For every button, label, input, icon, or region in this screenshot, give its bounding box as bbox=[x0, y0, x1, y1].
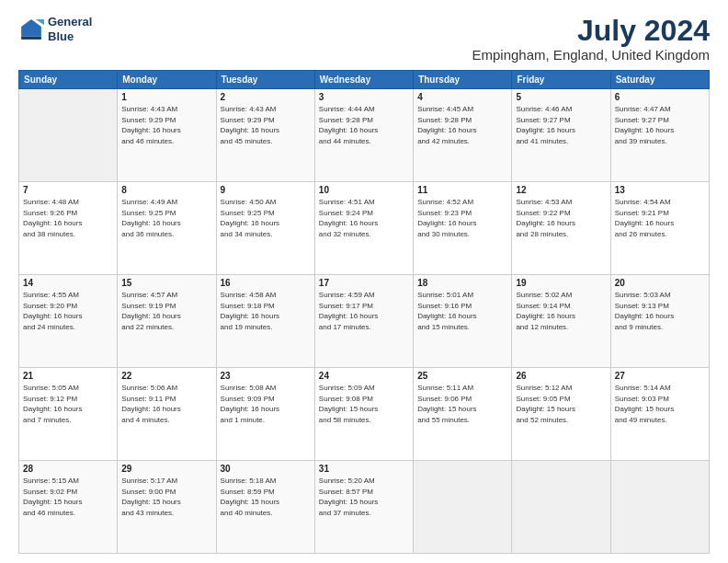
column-header-friday: Friday bbox=[512, 71, 610, 89]
day-info: Sunrise: 4:44 AM Sunset: 9:28 PM Dayligh… bbox=[319, 104, 409, 146]
week-row-3: 14Sunrise: 4:55 AM Sunset: 9:20 PM Dayli… bbox=[19, 275, 710, 368]
week-row-5: 28Sunrise: 5:15 AM Sunset: 9:02 PM Dayli… bbox=[19, 461, 710, 554]
day-number: 7 bbox=[23, 185, 113, 195]
day-cell bbox=[610, 461, 709, 554]
day-cell: 25Sunrise: 5:11 AM Sunset: 9:06 PM Dayli… bbox=[414, 368, 512, 461]
calendar-title: July 2024 bbox=[472, 15, 711, 47]
day-info: Sunrise: 5:17 AM Sunset: 9:00 PM Dayligh… bbox=[121, 476, 211, 518]
day-info: Sunrise: 5:12 AM Sunset: 9:05 PM Dayligh… bbox=[516, 383, 606, 425]
day-cell: 30Sunrise: 5:18 AM Sunset: 8:59 PM Dayli… bbox=[216, 461, 314, 554]
column-header-monday: Monday bbox=[118, 71, 216, 89]
day-info: Sunrise: 5:03 AM Sunset: 9:13 PM Dayligh… bbox=[615, 290, 705, 332]
day-cell: 12Sunrise: 4:53 AM Sunset: 9:22 PM Dayli… bbox=[512, 182, 610, 275]
day-info: Sunrise: 5:08 AM Sunset: 9:09 PM Dayligh… bbox=[221, 383, 311, 425]
day-info: Sunrise: 5:15 AM Sunset: 9:02 PM Dayligh… bbox=[23, 476, 113, 518]
day-cell: 29Sunrise: 5:17 AM Sunset: 9:00 PM Dayli… bbox=[118, 461, 216, 554]
day-number: 1 bbox=[121, 92, 211, 102]
day-cell: 22Sunrise: 5:06 AM Sunset: 9:11 PM Dayli… bbox=[118, 368, 216, 461]
day-cell: 24Sunrise: 5:09 AM Sunset: 9:08 PM Dayli… bbox=[314, 368, 413, 461]
day-info: Sunrise: 5:06 AM Sunset: 9:11 PM Dayligh… bbox=[121, 383, 211, 425]
day-info: Sunrise: 4:50 AM Sunset: 9:25 PM Dayligh… bbox=[221, 197, 311, 239]
svg-marker-0 bbox=[21, 19, 41, 37]
day-info: Sunrise: 4:58 AM Sunset: 9:18 PM Dayligh… bbox=[221, 290, 311, 332]
day-info: Sunrise: 5:09 AM Sunset: 9:08 PM Dayligh… bbox=[319, 383, 409, 425]
day-info: Sunrise: 4:43 AM Sunset: 9:29 PM Dayligh… bbox=[121, 104, 211, 146]
day-info: Sunrise: 4:52 AM Sunset: 9:23 PM Dayligh… bbox=[417, 197, 507, 239]
day-cell: 18Sunrise: 5:01 AM Sunset: 9:16 PM Dayli… bbox=[414, 275, 512, 368]
day-cell: 23Sunrise: 5:08 AM Sunset: 9:09 PM Dayli… bbox=[216, 368, 314, 461]
column-header-thursday: Thursday bbox=[414, 71, 512, 89]
day-info: Sunrise: 4:43 AM Sunset: 9:29 PM Dayligh… bbox=[221, 104, 311, 146]
day-cell: 8Sunrise: 4:49 AM Sunset: 9:25 PM Daylig… bbox=[118, 182, 216, 275]
day-cell: 31Sunrise: 5:20 AM Sunset: 8:57 PM Dayli… bbox=[314, 461, 413, 554]
day-number: 16 bbox=[221, 278, 311, 288]
day-cell: 28Sunrise: 5:15 AM Sunset: 9:02 PM Dayli… bbox=[19, 461, 118, 554]
day-cell: 15Sunrise: 4:57 AM Sunset: 9:19 PM Dayli… bbox=[118, 275, 216, 368]
day-info: Sunrise: 5:14 AM Sunset: 9:03 PM Dayligh… bbox=[615, 383, 705, 425]
column-header-saturday: Saturday bbox=[610, 71, 709, 89]
week-row-2: 7Sunrise: 4:48 AM Sunset: 9:26 PM Daylig… bbox=[19, 182, 710, 275]
day-number: 31 bbox=[319, 464, 409, 474]
day-cell bbox=[414, 461, 512, 554]
column-header-tuesday: Tuesday bbox=[216, 71, 314, 89]
day-info: Sunrise: 5:20 AM Sunset: 8:57 PM Dayligh… bbox=[319, 476, 409, 518]
day-cell: 16Sunrise: 4:58 AM Sunset: 9:18 PM Dayli… bbox=[216, 275, 314, 368]
day-cell: 9Sunrise: 4:50 AM Sunset: 9:25 PM Daylig… bbox=[216, 182, 314, 275]
day-cell: 20Sunrise: 5:03 AM Sunset: 9:13 PM Dayli… bbox=[610, 275, 709, 368]
day-info: Sunrise: 4:46 AM Sunset: 9:27 PM Dayligh… bbox=[516, 104, 606, 146]
day-number: 13 bbox=[615, 185, 705, 195]
calendar-subtitle: Empingham, England, United Kingdom bbox=[472, 47, 711, 63]
day-number: 29 bbox=[121, 464, 211, 474]
day-cell: 5Sunrise: 4:46 AM Sunset: 9:27 PM Daylig… bbox=[512, 89, 610, 182]
logo-icon bbox=[18, 17, 44, 42]
day-number: 23 bbox=[221, 371, 311, 381]
day-info: Sunrise: 5:05 AM Sunset: 9:12 PM Dayligh… bbox=[23, 383, 113, 425]
day-number: 17 bbox=[319, 278, 409, 288]
day-number: 10 bbox=[319, 185, 409, 195]
day-info: Sunrise: 5:01 AM Sunset: 9:16 PM Dayligh… bbox=[417, 290, 507, 332]
day-number: 11 bbox=[417, 185, 507, 195]
day-cell: 11Sunrise: 4:52 AM Sunset: 9:23 PM Dayli… bbox=[414, 182, 512, 275]
day-info: Sunrise: 4:55 AM Sunset: 9:20 PM Dayligh… bbox=[23, 290, 113, 332]
day-info: Sunrise: 4:59 AM Sunset: 9:17 PM Dayligh… bbox=[319, 290, 409, 332]
day-number: 19 bbox=[516, 278, 606, 288]
day-number: 26 bbox=[516, 371, 606, 381]
day-info: Sunrise: 4:48 AM Sunset: 9:26 PM Dayligh… bbox=[23, 197, 113, 239]
day-cell: 7Sunrise: 4:48 AM Sunset: 9:26 PM Daylig… bbox=[19, 182, 118, 275]
day-info: Sunrise: 4:54 AM Sunset: 9:21 PM Dayligh… bbox=[615, 197, 705, 239]
day-cell: 1Sunrise: 4:43 AM Sunset: 9:29 PM Daylig… bbox=[118, 89, 216, 182]
day-number: 24 bbox=[319, 371, 409, 381]
week-row-1: 1Sunrise: 4:43 AM Sunset: 9:29 PM Daylig… bbox=[19, 89, 710, 182]
day-cell: 6Sunrise: 4:47 AM Sunset: 9:27 PM Daylig… bbox=[610, 89, 709, 182]
day-cell: 21Sunrise: 5:05 AM Sunset: 9:12 PM Dayli… bbox=[19, 368, 118, 461]
week-row-4: 21Sunrise: 5:05 AM Sunset: 9:12 PM Dayli… bbox=[19, 368, 710, 461]
day-info: Sunrise: 5:18 AM Sunset: 8:59 PM Dayligh… bbox=[221, 476, 311, 518]
day-info: Sunrise: 4:47 AM Sunset: 9:27 PM Dayligh… bbox=[615, 104, 705, 146]
day-number: 28 bbox=[23, 464, 113, 474]
day-info: Sunrise: 4:51 AM Sunset: 9:24 PM Dayligh… bbox=[319, 197, 409, 239]
day-number: 25 bbox=[417, 371, 507, 381]
day-number: 14 bbox=[23, 278, 113, 288]
day-number: 27 bbox=[615, 371, 705, 381]
title-block: July 2024 Empingham, England, United Kin… bbox=[472, 15, 711, 63]
day-number: 4 bbox=[417, 92, 507, 102]
day-cell: 19Sunrise: 5:02 AM Sunset: 9:14 PM Dayli… bbox=[512, 275, 610, 368]
day-info: Sunrise: 4:57 AM Sunset: 9:19 PM Dayligh… bbox=[121, 290, 211, 332]
day-number: 3 bbox=[319, 92, 409, 102]
day-info: Sunrise: 5:02 AM Sunset: 9:14 PM Dayligh… bbox=[516, 290, 606, 332]
day-info: Sunrise: 4:49 AM Sunset: 9:25 PM Dayligh… bbox=[121, 197, 211, 239]
day-cell: 3Sunrise: 4:44 AM Sunset: 9:28 PM Daylig… bbox=[314, 89, 413, 182]
day-number: 8 bbox=[121, 185, 211, 195]
day-cell: 2Sunrise: 4:43 AM Sunset: 9:29 PM Daylig… bbox=[216, 89, 314, 182]
page: General Blue July 2024 Empingham, Englan… bbox=[0, 0, 728, 563]
day-number: 9 bbox=[221, 185, 311, 195]
day-number: 18 bbox=[417, 278, 507, 288]
day-cell bbox=[512, 461, 610, 554]
day-number: 6 bbox=[615, 92, 705, 102]
day-cell: 27Sunrise: 5:14 AM Sunset: 9:03 PM Dayli… bbox=[610, 368, 709, 461]
header-row: SundayMondayTuesdayWednesdayThursdayFrid… bbox=[19, 71, 710, 89]
logo: General Blue bbox=[18, 15, 92, 43]
header: General Blue July 2024 Empingham, Englan… bbox=[18, 15, 710, 63]
day-cell: 14Sunrise: 4:55 AM Sunset: 9:20 PM Dayli… bbox=[19, 275, 118, 368]
day-info: Sunrise: 4:45 AM Sunset: 9:28 PM Dayligh… bbox=[417, 104, 507, 146]
